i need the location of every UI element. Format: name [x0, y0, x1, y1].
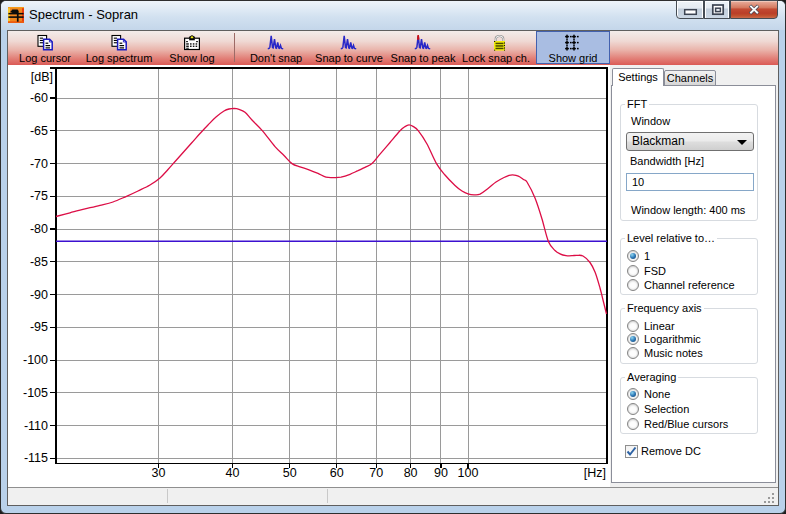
- svg-text:-110: -110: [24, 419, 48, 433]
- svg-text:50: 50: [283, 466, 297, 480]
- svg-text:40: 40: [225, 466, 239, 480]
- svg-text:[Hz]: [Hz]: [584, 466, 606, 480]
- svg-text:-85: -85: [30, 255, 48, 269]
- svg-text:60: 60: [330, 466, 344, 480]
- svg-text:30: 30: [152, 466, 166, 480]
- svg-text:-105: -105: [23, 386, 48, 400]
- svg-text:-80: -80: [30, 222, 48, 236]
- svg-text:-70: -70: [30, 157, 48, 171]
- svg-text:-100: -100: [23, 353, 48, 367]
- svg-text:100: 100: [458, 466, 479, 480]
- svg-text:-115: -115: [24, 451, 48, 465]
- svg-text:-95: -95: [30, 320, 48, 334]
- svg-text:90: 90: [434, 466, 448, 480]
- svg-text:-65: -65: [30, 124, 48, 138]
- svg-text:-60: -60: [30, 91, 48, 105]
- svg-text:[dB]: [dB]: [31, 70, 53, 84]
- svg-text:-90: -90: [30, 288, 48, 302]
- svg-text:-75: -75: [30, 189, 48, 203]
- svg-text:80: 80: [404, 466, 418, 480]
- svg-text:70: 70: [369, 466, 383, 480]
